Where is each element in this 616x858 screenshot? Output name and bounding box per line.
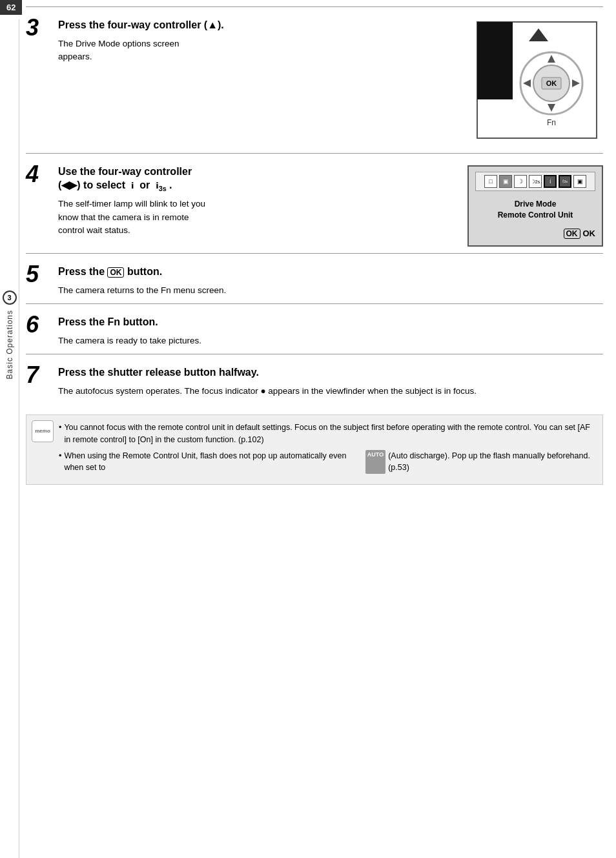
step-6-title: Press the Fn button. — [58, 316, 603, 329]
step-4-description: The self-timer lamp will blink to let yo… — [58, 198, 455, 237]
main-content: 3 Press the four-way controller (▲). The… — [26, 0, 603, 485]
svg-text:Fn: Fn — [547, 118, 556, 127]
svg-text:OK: OK — [546, 79, 557, 87]
step-7-row: 7 Press the shutter release button halfw… — [26, 354, 603, 404]
memo-bullet-2: When using the Remote Control Unit, flas… — [59, 450, 595, 475]
drive-mode-screen: □ ▣ ☽ ☽2s i̇ i̇3s ▣ Drive Mode Remote Co… — [467, 165, 603, 247]
step-7-content: Press the shutter release button halfway… — [58, 366, 603, 398]
step-4-row: 4 Use the four-way controller(◀▶) to sel… — [26, 153, 603, 253]
memo-bullet-1: You cannot focus with the remote control… — [59, 422, 595, 446]
drive-icon-selftimer: ☽ — [514, 175, 527, 188]
step-6-row: 6 Press the Fn button. The camera is rea… — [26, 303, 603, 354]
drive-icon-single: □ — [484, 175, 497, 188]
step-7-number: 7 — [26, 363, 52, 387]
step-5-row: 5 Press the OK button. The camera return… — [26, 253, 603, 303]
step-3-image: OK Fn — [474, 19, 603, 147]
step-5-number: 5 — [26, 263, 52, 286]
drive-ok-row: OK OK — [475, 229, 595, 239]
sidebar-chapter-number: 3 — [3, 291, 17, 305]
step-4-title: Use the four-way controller(◀▶) to selec… — [58, 165, 455, 192]
drive-icons-row: □ ▣ ☽ ☽2s i̇ i̇3s ▣ — [475, 172, 595, 191]
drive-icon-remote-3s: i̇3s — [559, 175, 571, 188]
step-6-content: Press the Fn button. The camera is ready… — [58, 316, 603, 347]
page-number: 62 — [0, 0, 22, 15]
step-3-title: Press the four-way controller (▲). — [58, 19, 461, 32]
step-5-content: Press the OK button. The camera returns … — [58, 265, 603, 297]
drive-icon-bracketing: ▣ — [573, 175, 586, 188]
drive-icon-continuous: ▣ — [499, 175, 512, 188]
step-5-description: The camera returns to the Fn menu screen… — [58, 284, 603, 297]
step-3-number: 3 — [26, 16, 52, 39]
drive-mode-label: Drive Mode Remote Control Unit — [475, 199, 595, 221]
step-5-title: Press the OK button. — [58, 265, 603, 279]
drive-icon-selftimer-2s: ☽2s — [529, 175, 542, 188]
sidebar: 3 Basic Operations — [0, 19, 19, 858]
ok-label: OK — [583, 229, 596, 238]
step-4-content: Use the four-way controller(◀▶) to selec… — [58, 165, 455, 237]
memo-box: memo You cannot focus with the remote co… — [26, 414, 603, 485]
step-3-content: Press the four-way controller (▲). The D… — [58, 19, 461, 63]
svg-rect-1 — [477, 22, 513, 99]
ok-button-icon: OK — [564, 229, 580, 239]
ok-inline-icon: OK — [107, 267, 124, 278]
sidebar-chapter-label: Basic Operations — [5, 310, 14, 379]
step-6-number: 6 — [26, 313, 52, 336]
step-7-title: Press the shutter release button halfway… — [58, 366, 603, 380]
step-6-description: The camera is ready to take pictures. — [58, 334, 603, 347]
drive-icon-remote: i̇ — [544, 175, 557, 188]
step-7-description: The autofocus system operates. The focus… — [58, 385, 603, 398]
controller-svg: OK Fn — [474, 19, 603, 145]
step-4-number: 4 — [26, 163, 52, 186]
memo-icon: memo — [32, 420, 54, 442]
step-3-row: 3 Press the four-way controller (▲). The… — [26, 6, 603, 153]
auto-icon: AUTO — [365, 450, 385, 475]
step-4-image: □ ▣ ☽ ☽2s i̇ i̇3s ▣ Drive Mode Remote Co… — [467, 165, 603, 247]
step-3-description: The Drive Mode options screenappears. — [58, 37, 461, 64]
